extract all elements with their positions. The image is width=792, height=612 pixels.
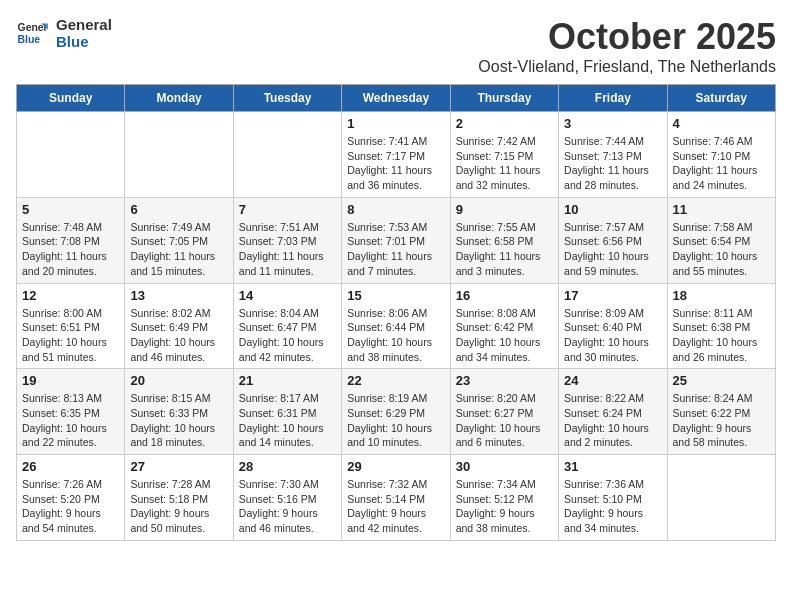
day-info: Sunrise: 8:13 AM Sunset: 6:35 PM Dayligh… — [22, 391, 119, 450]
day-number: 20 — [130, 373, 227, 388]
day-info: Sunrise: 7:48 AM Sunset: 7:08 PM Dayligh… — [22, 220, 119, 279]
day-info: Sunrise: 8:00 AM Sunset: 6:51 PM Dayligh… — [22, 306, 119, 365]
day-info: Sunrise: 7:41 AM Sunset: 7:17 PM Dayligh… — [347, 134, 444, 193]
day-number: 3 — [564, 116, 661, 131]
day-header-monday: Monday — [125, 85, 233, 112]
week-row-5: 26Sunrise: 7:26 AM Sunset: 5:20 PM Dayli… — [17, 455, 776, 541]
day-info: Sunrise: 7:53 AM Sunset: 7:01 PM Dayligh… — [347, 220, 444, 279]
day-info: Sunrise: 7:46 AM Sunset: 7:10 PM Dayligh… — [673, 134, 770, 193]
day-info: Sunrise: 7:55 AM Sunset: 6:58 PM Dayligh… — [456, 220, 553, 279]
calendar-cell: 17Sunrise: 8:09 AM Sunset: 6:40 PM Dayli… — [559, 283, 667, 369]
day-info: Sunrise: 7:34 AM Sunset: 5:12 PM Dayligh… — [456, 477, 553, 536]
day-number: 8 — [347, 202, 444, 217]
day-info: Sunrise: 8:06 AM Sunset: 6:44 PM Dayligh… — [347, 306, 444, 365]
day-info: Sunrise: 8:04 AM Sunset: 6:47 PM Dayligh… — [239, 306, 336, 365]
week-row-4: 19Sunrise: 8:13 AM Sunset: 6:35 PM Dayli… — [17, 369, 776, 455]
day-number: 17 — [564, 288, 661, 303]
day-number: 13 — [130, 288, 227, 303]
calendar-cell: 9Sunrise: 7:55 AM Sunset: 6:58 PM Daylig… — [450, 197, 558, 283]
calendar-cell: 27Sunrise: 7:28 AM Sunset: 5:18 PM Dayli… — [125, 455, 233, 541]
week-row-3: 12Sunrise: 8:00 AM Sunset: 6:51 PM Dayli… — [17, 283, 776, 369]
calendar-cell — [17, 112, 125, 198]
day-number: 15 — [347, 288, 444, 303]
day-number: 25 — [673, 373, 770, 388]
day-info: Sunrise: 8:24 AM Sunset: 6:22 PM Dayligh… — [673, 391, 770, 450]
calendar-cell: 14Sunrise: 8:04 AM Sunset: 6:47 PM Dayli… — [233, 283, 341, 369]
day-info: Sunrise: 8:02 AM Sunset: 6:49 PM Dayligh… — [130, 306, 227, 365]
day-info: Sunrise: 8:15 AM Sunset: 6:33 PM Dayligh… — [130, 391, 227, 450]
day-number: 30 — [456, 459, 553, 474]
day-number: 9 — [456, 202, 553, 217]
day-number: 16 — [456, 288, 553, 303]
day-number: 5 — [22, 202, 119, 217]
day-info: Sunrise: 7:36 AM Sunset: 5:10 PM Dayligh… — [564, 477, 661, 536]
day-info: Sunrise: 7:44 AM Sunset: 7:13 PM Dayligh… — [564, 134, 661, 193]
calendar-cell: 16Sunrise: 8:08 AM Sunset: 6:42 PM Dayli… — [450, 283, 558, 369]
logo-general: General — [56, 16, 112, 33]
day-number: 6 — [130, 202, 227, 217]
day-info: Sunrise: 8:22 AM Sunset: 6:24 PM Dayligh… — [564, 391, 661, 450]
calendar-cell: 30Sunrise: 7:34 AM Sunset: 5:12 PM Dayli… — [450, 455, 558, 541]
calendar-cell — [667, 455, 775, 541]
calendar-cell: 6Sunrise: 7:49 AM Sunset: 7:05 PM Daylig… — [125, 197, 233, 283]
calendar-cell: 18Sunrise: 8:11 AM Sunset: 6:38 PM Dayli… — [667, 283, 775, 369]
day-header-tuesday: Tuesday — [233, 85, 341, 112]
calendar-cell: 4Sunrise: 7:46 AM Sunset: 7:10 PM Daylig… — [667, 112, 775, 198]
day-info: Sunrise: 7:57 AM Sunset: 6:56 PM Dayligh… — [564, 220, 661, 279]
day-number: 31 — [564, 459, 661, 474]
title-block: October 2025 Oost-Vlieland, Friesland, T… — [478, 16, 776, 76]
calendar-cell: 2Sunrise: 7:42 AM Sunset: 7:15 PM Daylig… — [450, 112, 558, 198]
calendar-cell: 21Sunrise: 8:17 AM Sunset: 6:31 PM Dayli… — [233, 369, 341, 455]
day-info: Sunrise: 7:30 AM Sunset: 5:16 PM Dayligh… — [239, 477, 336, 536]
day-number: 12 — [22, 288, 119, 303]
calendar-cell: 23Sunrise: 8:20 AM Sunset: 6:27 PM Dayli… — [450, 369, 558, 455]
day-header-thursday: Thursday — [450, 85, 558, 112]
day-number: 4 — [673, 116, 770, 131]
calendar-cell: 1Sunrise: 7:41 AM Sunset: 7:17 PM Daylig… — [342, 112, 450, 198]
day-info: Sunrise: 7:58 AM Sunset: 6:54 PM Dayligh… — [673, 220, 770, 279]
day-info: Sunrise: 8:17 AM Sunset: 6:31 PM Dayligh… — [239, 391, 336, 450]
calendar-cell: 31Sunrise: 7:36 AM Sunset: 5:10 PM Dayli… — [559, 455, 667, 541]
day-number: 19 — [22, 373, 119, 388]
calendar-cell: 5Sunrise: 7:48 AM Sunset: 7:08 PM Daylig… — [17, 197, 125, 283]
day-header-saturday: Saturday — [667, 85, 775, 112]
calendar-cell: 3Sunrise: 7:44 AM Sunset: 7:13 PM Daylig… — [559, 112, 667, 198]
day-number: 24 — [564, 373, 661, 388]
day-info: Sunrise: 8:20 AM Sunset: 6:27 PM Dayligh… — [456, 391, 553, 450]
day-info: Sunrise: 7:32 AM Sunset: 5:14 PM Dayligh… — [347, 477, 444, 536]
logo-blue: Blue — [56, 33, 112, 50]
svg-text:Blue: Blue — [18, 34, 41, 45]
day-number: 28 — [239, 459, 336, 474]
calendar-cell — [125, 112, 233, 198]
week-row-1: 1Sunrise: 7:41 AM Sunset: 7:17 PM Daylig… — [17, 112, 776, 198]
day-number: 29 — [347, 459, 444, 474]
logo-icon: General Blue — [16, 17, 48, 49]
month-title: October 2025 — [478, 16, 776, 58]
day-number: 10 — [564, 202, 661, 217]
day-number: 7 — [239, 202, 336, 217]
calendar-cell: 10Sunrise: 7:57 AM Sunset: 6:56 PM Dayli… — [559, 197, 667, 283]
calendar-cell: 19Sunrise: 8:13 AM Sunset: 6:35 PM Dayli… — [17, 369, 125, 455]
day-info: Sunrise: 7:49 AM Sunset: 7:05 PM Dayligh… — [130, 220, 227, 279]
calendar-cell: 29Sunrise: 7:32 AM Sunset: 5:14 PM Dayli… — [342, 455, 450, 541]
day-info: Sunrise: 8:19 AM Sunset: 6:29 PM Dayligh… — [347, 391, 444, 450]
day-number: 18 — [673, 288, 770, 303]
calendar-table: SundayMondayTuesdayWednesdayThursdayFrid… — [16, 84, 776, 541]
day-number: 1 — [347, 116, 444, 131]
week-row-2: 5Sunrise: 7:48 AM Sunset: 7:08 PM Daylig… — [17, 197, 776, 283]
day-header-wednesday: Wednesday — [342, 85, 450, 112]
days-header-row: SundayMondayTuesdayWednesdayThursdayFrid… — [17, 85, 776, 112]
day-header-sunday: Sunday — [17, 85, 125, 112]
calendar-cell: 7Sunrise: 7:51 AM Sunset: 7:03 PM Daylig… — [233, 197, 341, 283]
day-info: Sunrise: 8:09 AM Sunset: 6:40 PM Dayligh… — [564, 306, 661, 365]
calendar-cell: 25Sunrise: 8:24 AM Sunset: 6:22 PM Dayli… — [667, 369, 775, 455]
calendar-cell — [233, 112, 341, 198]
day-number: 14 — [239, 288, 336, 303]
calendar-cell: 8Sunrise: 7:53 AM Sunset: 7:01 PM Daylig… — [342, 197, 450, 283]
day-info: Sunrise: 7:28 AM Sunset: 5:18 PM Dayligh… — [130, 477, 227, 536]
day-info: Sunrise: 7:51 AM Sunset: 7:03 PM Dayligh… — [239, 220, 336, 279]
day-info: Sunrise: 8:11 AM Sunset: 6:38 PM Dayligh… — [673, 306, 770, 365]
calendar-cell: 15Sunrise: 8:06 AM Sunset: 6:44 PM Dayli… — [342, 283, 450, 369]
day-info: Sunrise: 7:26 AM Sunset: 5:20 PM Dayligh… — [22, 477, 119, 536]
day-number: 2 — [456, 116, 553, 131]
